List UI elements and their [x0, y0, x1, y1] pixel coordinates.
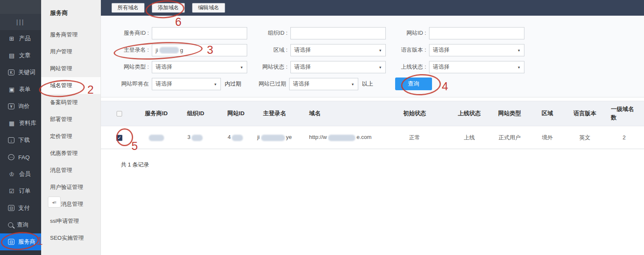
site-id-input[interactable]	[429, 27, 524, 39]
sidebar-item-label: 会员	[19, 170, 31, 178]
sidebar-item-inquiry[interactable]: ¥ 询价	[0, 98, 41, 115]
topbar-button-edit-domain[interactable]: 编辑域名	[192, 3, 225, 13]
submenu-item-pricing-management[interactable]: 定价管理	[41, 128, 100, 145]
redaction-blur	[328, 135, 355, 141]
submenu-item-website-management[interactable]: 网站管理	[41, 60, 100, 77]
chevron-down-icon: ▼	[351, 83, 354, 86]
secondary-sidebar: 服务商 服务商管理 用户管理 网站管理 域名管理 备案码管理 部署管理 定价管理…	[41, 0, 101, 255]
cell-initial-status: 正常	[381, 134, 449, 141]
expire-in-select[interactable]: 请选择 ▼	[152, 78, 221, 90]
sidebar-item-faq[interactable]: ⋯ FAQ	[0, 149, 41, 166]
header-region: 区域	[529, 110, 566, 117]
sidebar-item-label: FAQ	[18, 154, 30, 161]
submenu-item-message-management[interactable]: 消息管理	[41, 162, 100, 179]
cell-top-domain-count[interactable]: 2	[604, 134, 644, 141]
submenu-item-seo-implementation-management[interactable]: SEO实施管理	[41, 230, 100, 247]
expired-select[interactable]: 请选择 ▼	[289, 78, 358, 90]
topbar-button-label: 添加域名	[158, 5, 179, 11]
sidebar-item-members[interactable]: ♔ 会员	[0, 166, 41, 183]
sidebar-item-icon: ☑	[8, 188, 15, 194]
language-select[interactable]: 请选择 ▼	[429, 44, 524, 56]
org-id-input[interactable]	[290, 27, 386, 39]
sidebar-item-download[interactable]: ↓ 下载	[0, 132, 41, 149]
submenu-item-label: 部署管理	[50, 116, 72, 123]
site-type-select[interactable]: 请选择 ▼	[152, 61, 247, 73]
cell-online-status: 上线	[449, 134, 490, 141]
sidebar-item-icon: ▦	[8, 120, 15, 127]
sidebar-item-icon: K	[8, 69, 14, 75]
cell-org-id: 3	[175, 134, 217, 141]
sidebar-item-library[interactable]: ▦ 资料库	[0, 115, 41, 132]
submenu-item-icp-code-management[interactable]: 备案码管理	[41, 94, 100, 111]
filter-panel: 服务商ID : 组织ID : 网站ID : 主登录名 : ji g 区域 : 请…	[101, 16, 644, 97]
submenu-item-label: 定价管理	[50, 133, 72, 140]
submenu-item-domain-management[interactable]: 域名管理	[41, 77, 100, 94]
expire-in-select-value: 请选择	[156, 80, 172, 88]
redaction-blur	[159, 47, 179, 53]
submenu-item-provider-management[interactable]: 服务商管理	[41, 26, 100, 43]
topbar-button-add-domain[interactable]: 添加域名	[152, 3, 185, 13]
table-header: 服务商ID 组织ID 网站ID 主登录名 域名 初始状态 上线状态 网站类型 区…	[101, 101, 644, 126]
sidebar-item-orders[interactable]: ☑ 订单	[0, 183, 41, 200]
chevron-down-icon: ▼	[517, 49, 521, 53]
sidebar-item-icon: ⊞	[8, 35, 15, 42]
login-name-value-suffix: g	[180, 47, 183, 53]
sidebar-item-query[interactable]: 查询	[0, 216, 41, 233]
cell-login-name: jiye	[255, 134, 294, 141]
submenu-item-label: 优惠券管理	[50, 150, 78, 157]
topbar-button-label: 编辑域名	[198, 5, 219, 11]
region-select[interactable]: 请选择 ▼	[290, 44, 386, 56]
org-id-label: 组织ID :	[247, 29, 290, 37]
login-name-input[interactable]: ji g	[152, 44, 247, 56]
row-checkbox[interactable]: ✓	[116, 135, 123, 141]
secondary-nav: 服务商管理 用户管理 网站管理 域名管理 备案码管理 部署管理 定价管理 优惠券…	[41, 26, 100, 247]
sidebar-item-forms[interactable]: ▣ 表单	[0, 81, 41, 98]
submenu-item-label: 域名管理	[50, 82, 72, 89]
sidebar-item-products[interactable]: ⊞ 产品	[0, 30, 41, 47]
sidebar-item-icon: ♔	[8, 171, 15, 177]
submenu-item-user-management[interactable]: 用户管理	[41, 43, 100, 60]
search-button[interactable]: 查询	[395, 78, 432, 90]
online-status-select[interactable]: 请选择 ▼	[429, 61, 524, 73]
select-all-checkbox[interactable]	[117, 111, 122, 116]
sidebar-item-icon: ↓	[8, 137, 14, 143]
submenu-item-label: 网站管理	[50, 65, 72, 72]
cell-domain-link[interactable]: http://we.com	[294, 134, 381, 141]
table-row: ✓ 3 4 jiye http://we.com 正常 上线 正式用户 境外 英…	[101, 126, 644, 149]
cell-region: 境外	[529, 134, 566, 141]
sidebar-item-label: 表单	[19, 86, 31, 93]
topbar-button-all-domains[interactable]: 所有域名	[112, 3, 145, 13]
submenu-item-label: 用户验证管理	[50, 183, 83, 191]
sidebar-item-icon: ⋯	[8, 154, 14, 160]
sidebar-item-articles[interactable]: ▤ 文章	[0, 47, 41, 64]
header-top-domain-count: 一级域名数	[611, 105, 637, 122]
redaction-blur	[149, 135, 164, 141]
site-status-select[interactable]: 请选择 ▼	[290, 61, 386, 73]
cell-language: 英文	[566, 134, 604, 141]
sidebar-item-payment[interactable]: ⊟ 支付	[0, 200, 41, 216]
submenu-title: 服务商	[41, 0, 100, 26]
sidebar-corner	[0, 0, 41, 14]
online-status-label: 上线状态 :	[386, 63, 429, 71]
submenu-item-deployment-management[interactable]: 部署管理	[41, 111, 100, 128]
collapse-sidebar-button[interactable]: ◂≡	[48, 197, 61, 208]
sidebar-item-label: 查询	[17, 221, 28, 229]
sidebar-item-label: 资料库	[19, 119, 36, 127]
sidebar-item-icon: ▤	[8, 52, 15, 59]
cell-provider-id	[138, 134, 175, 141]
sidebar-item-service-provider[interactable]: ⊟ 服务商	[0, 233, 41, 250]
submenu-item-coupon-management[interactable]: 优惠券管理	[41, 145, 100, 162]
login-name-value-prefix: ji	[156, 47, 158, 53]
header-org-id: 组织ID	[175, 110, 217, 117]
record-total: 共 1 条记录	[121, 161, 644, 169]
region-select-value: 请选择	[294, 46, 311, 54]
menu-bars-icon[interactable]: |||	[0, 14, 41, 30]
online-status-select-value: 请选择	[433, 63, 449, 71]
sidebar-item-keywords[interactable]: K 关键词	[0, 64, 41, 81]
submenu-item-user-verification-management[interactable]: 用户验证管理	[41, 179, 100, 196]
sidebar-item-label: 询价	[18, 103, 30, 110]
submenu-item-label: 消息管理	[50, 166, 72, 174]
submenu-item-ssl-application-management[interactable]: ssl申请管理	[41, 213, 100, 230]
provider-id-input[interactable]	[152, 27, 247, 39]
site-status-label: 网站状态 :	[247, 63, 290, 71]
